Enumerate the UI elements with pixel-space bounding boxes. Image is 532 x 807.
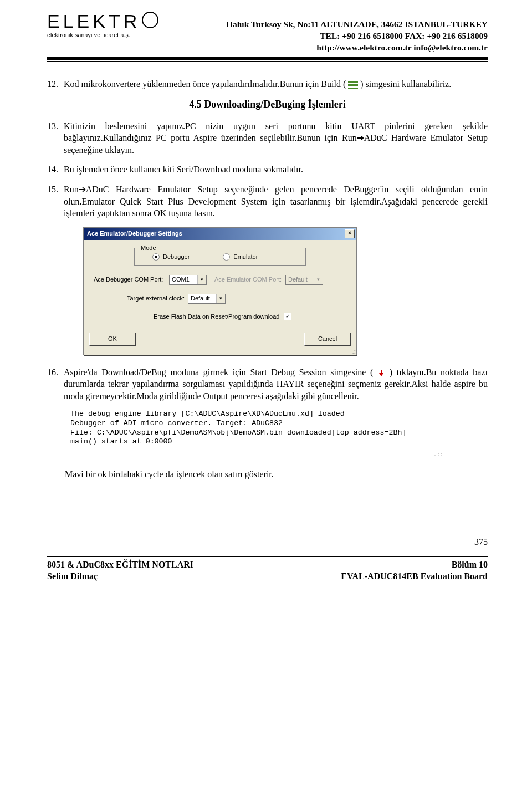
text-segment: Kod mikrokonvertere yüklenmeden önce yap… — [64, 79, 346, 89]
footer-left: 8051 & ADuC8xx EĞİTİM NOTLARI — [47, 559, 193, 571]
chevron-down-icon: ▾ — [197, 275, 206, 284]
mode-legend: Mode — [139, 244, 158, 252]
emulator-radio[interactable]: Emulator — [223, 253, 258, 261]
footer-rule — [47, 556, 488, 557]
section-heading-4-5: 4.5 Downloading/DeBuging İşlemleri — [47, 98, 488, 111]
list-number: 13. — [47, 120, 64, 156]
radio-icon — [223, 253, 230, 261]
company-logo: ELEKTR elektronik sanayi ve ticaret a.ş. — [47, 11, 158, 38]
list-item-15: 15. Run➔ADuC Hardware Emulator Setup seç… — [47, 183, 488, 219]
erase-label: Erase Flash Data on Reset/Program downlo… — [154, 313, 279, 321]
document-body: 12. Kod mikrokonvertere yüklenmeden önce… — [47, 78, 488, 583]
erase-row: Erase Flash Data on Reset/Program downlo… — [94, 313, 346, 321]
address-line-2: TEL: +90 216 6518000 FAX: +90 216 651800… — [170, 30, 488, 42]
logo-text: ELEKTR — [47, 11, 158, 30]
combo-value: Default — [288, 275, 314, 284]
resize-grip-icon: .:: — [84, 350, 356, 355]
console-line: The debug engine library [C:\ADUC\Aspire… — [70, 410, 345, 418]
footer-right: EVAL-ADUC814EB Evaluation Board — [341, 571, 488, 583]
footer-row-1: 8051 & ADuC8xx EĞİTİM NOTLARI Bölüm 10 — [47, 559, 488, 571]
debug-arrow-icon — [377, 369, 385, 377]
list-number: 15. — [47, 183, 64, 219]
build-icon — [348, 81, 358, 89]
footer-left: Selim Dilmaç — [47, 571, 98, 583]
mode-radio-row: Debugger Emulator — [142, 253, 298, 261]
chevron-down-icon: ▾ — [216, 294, 225, 303]
text-segment: ) simgesini kullanabiliriz. — [360, 79, 451, 89]
clock-combo[interactable]: Default ▾ — [188, 294, 226, 304]
dialog-figure: Ace Emulator/Debugger Settings × Mode De… — [83, 227, 488, 355]
post-console-note: Mavi bir ok birdahaki cycle da işlencek … — [65, 468, 488, 481]
list-item-13: 13. Kitinizin beslemesini yapınız.PC niz… — [47, 120, 488, 156]
debugger-port-label: Ace Debugger COM Port: — [94, 275, 169, 284]
console-line: File: C:\ADUC\Aspire\pfi\DemoASM\obj\Dem… — [70, 428, 406, 437]
dialog-body: Mode Debugger Emulator — [84, 240, 356, 321]
svg-marker-1 — [379, 373, 383, 376]
list-item-14: 14. Bu işlemden önce kullanıcı kiti Seri… — [47, 164, 488, 176]
com-port-row: Ace Debugger COM Port: COM1 ▾ Ace Emulat… — [94, 275, 346, 285]
dialog-titlebar: Ace Emulator/Debugger Settings × — [84, 228, 356, 240]
page-number: 375 — [47, 536, 488, 548]
console-line: Debugger of ADI micro converter. Target:… — [70, 419, 283, 427]
list-number: 16. — [47, 366, 64, 402]
list-text: Kitinizin beslemesini yapınız.PC nizin u… — [64, 120, 488, 156]
page-header: ELEKTR elektronik sanayi ve ticaret a.ş.… — [47, 11, 488, 54]
debugger-port-combo[interactable]: COM1 ▾ — [169, 275, 207, 285]
footer-right: Bölüm 10 — [452, 559, 488, 571]
logo-letters: ELEKTR — [47, 11, 140, 32]
radio-label: Emulator — [233, 253, 258, 261]
list-text: Aspire'da Download/DeBug moduna girmek i… — [64, 366, 488, 402]
output-console-figure: The debug engine library [C:\ADUC\Aspire… — [70, 410, 488, 446]
emulator-port-label: Ace Emulator COM Port: — [214, 275, 285, 284]
logo-subtitle: elektronik sanayi ve ticaret a.ş. — [47, 32, 130, 38]
combo-value: Default — [191, 294, 216, 303]
resize-grip-icon: .:: — [47, 451, 443, 459]
erase-checkbox[interactable]: ✓ — [284, 313, 291, 320]
close-button[interactable]: × — [345, 229, 355, 238]
text-segment: Aspire'da Download/DeBug moduna girmek i… — [64, 367, 373, 377]
list-number: 14. — [47, 164, 64, 176]
cancel-button[interactable]: Cancel — [304, 333, 351, 346]
emulator-settings-dialog: Ace Emulator/Debugger Settings × Mode De… — [83, 227, 357, 355]
list-item-12: 12. Kod mikrokonvertere yüklenmeden önce… — [47, 78, 488, 90]
emulator-port-combo: Default ▾ — [285, 275, 323, 285]
ok-button[interactable]: OK — [89, 333, 136, 346]
list-text: Bu işlemden önce kullanıcı kiti Seri/Dow… — [64, 164, 488, 176]
list-text: Run➔ADuC Hardware Emulator Setup seçeneğ… — [64, 183, 488, 219]
mode-fieldset: Mode Debugger Emulator — [134, 248, 306, 266]
list-item-16: 16. Aspire'da Download/DeBug moduna girm… — [47, 366, 488, 402]
list-text: Kod mikrokonvertere yüklenmeden önce yap… — [64, 78, 488, 90]
console-line: main() starts at 0:0000 — [70, 437, 172, 446]
chevron-down-icon: ▾ — [314, 275, 323, 284]
footer-row-2: Selim Dilmaç EVAL-ADUC814EB Evaluation B… — [47, 571, 488, 583]
clock-label: Target external clock: — [127, 294, 188, 303]
combo-value: COM1 — [172, 275, 197, 284]
header-rule-thick — [47, 57, 488, 60]
radio-selected-icon — [152, 253, 160, 261]
address-line-3: http://www.elektro.com.tr info@elektro.c… — [170, 42, 488, 54]
logo-o-icon — [142, 12, 158, 28]
debugger-radio[interactable]: Debugger — [152, 253, 190, 261]
header-rule-thin — [47, 61, 488, 62]
company-address: Haluk Turksoy Sk, No:11 ALTUNIZADE, 3466… — [170, 11, 488, 54]
radio-label: Debugger — [163, 253, 190, 261]
list-number: 12. — [47, 78, 64, 90]
address-line-1: Haluk Turksoy Sk, No:11 ALTUNIZADE, 3466… — [170, 19, 488, 30]
clock-row: Target external clock: Default ▾ — [94, 294, 346, 304]
dialog-title-text: Ace Emulator/Debugger Settings — [87, 229, 182, 238]
dialog-button-row: OK Cancel — [84, 328, 356, 350]
